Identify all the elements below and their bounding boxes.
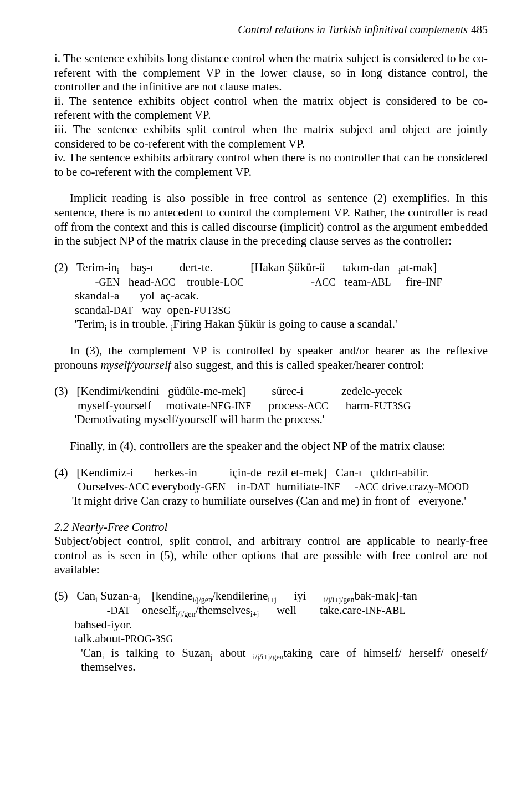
page-number: 485 xyxy=(471,23,488,35)
example-translation: 'Demotivating myself/yourself will harm … xyxy=(54,413,488,427)
example-line: (2) Terim-ini baş-ı dert-te. [Hakan Şükü… xyxy=(54,261,488,275)
example-translation: 'Cani is talking to Suzanj about i/j/i+j… xyxy=(54,646,488,674)
paragraph: Subject/object control, split control, a… xyxy=(54,534,488,577)
list-item: i. The sentence exhibits long distance c… xyxy=(54,52,488,94)
paragraph: In (3), the complement VP is controlled … xyxy=(54,344,488,372)
example-line: bahsed-iyor. xyxy=(54,618,488,632)
example-5: (5) Cani Suzan-aj [kendinei/j/gen/kendil… xyxy=(54,589,488,674)
paragraph: Implicit reading is also possible in fre… xyxy=(54,191,488,248)
running-header: Control relations in Turkish infinitival… xyxy=(54,23,488,36)
paragraph: Finally, in (4), controllers are the spe… xyxy=(54,439,488,454)
running-title: Control relations in Turkish infinitival… xyxy=(238,23,468,35)
example-line: myself-yourself motivate-NEG-INF process… xyxy=(54,399,488,413)
roman-numeral-list: i. The sentence exhibits long distance c… xyxy=(54,52,488,179)
example-4: (4) [Kendimiz-i herkes-in için-de rezil … xyxy=(54,466,488,509)
example-3: (3) [Kendimi/kendini güdüle-me-mek] süre… xyxy=(54,384,488,427)
example-line: (3) [Kendimi/kendini güdüle-me-mek] süre… xyxy=(54,384,488,399)
example-translation: 'Terimi is in trouble. iFiring Hakan Şük… xyxy=(54,317,488,332)
example-translation: 'It might drive Can crazy to humiliate o… xyxy=(54,494,488,509)
example-line: Ourselves-ACC everybody-GEN in-DAT humil… xyxy=(54,480,488,494)
section-heading: 2.2 Nearly-Free Control xyxy=(54,520,488,534)
example-line: skandal-a yol aç-acak. xyxy=(54,289,488,303)
example-line: -GEN head-ACC trouble-LOC -ACC team-ABL … xyxy=(54,275,488,290)
list-item: iii. The sentence exhibits split control… xyxy=(54,123,488,151)
page-container: { "header": { "running_title": "Control … xyxy=(0,0,532,720)
example-line: (4) [Kendimiz-i herkes-in için-de rezil … xyxy=(54,466,488,480)
list-item: iv. The sentence exhibits arbitrary cont… xyxy=(54,151,488,179)
list-item: ii. The sentence exhibits object control… xyxy=(54,94,488,123)
example-2: (2) Terim-ini baş-ı dert-te. [Hakan Şükü… xyxy=(54,261,488,332)
example-line: (5) Cani Suzan-aj [kendinei/j/gen/kendil… xyxy=(54,589,488,603)
example-line: scandal-DAT way open-FUT3SG xyxy=(54,303,488,318)
example-line: -DAT oneselfi/j/gen/themselvesi+j well t… xyxy=(54,603,488,618)
example-line: talk.about-PROG-3SG xyxy=(54,632,488,646)
